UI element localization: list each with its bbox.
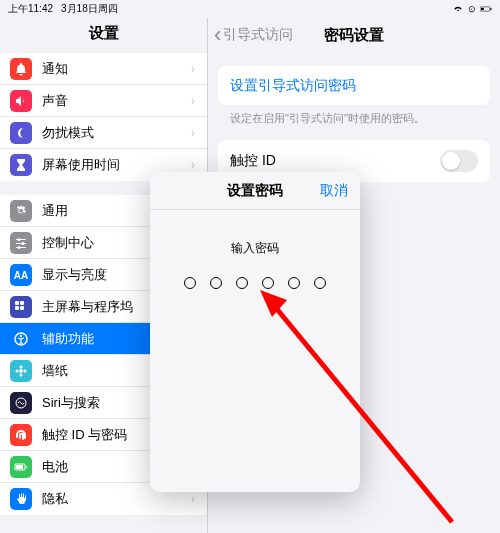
svg-point-12 [20, 334, 22, 336]
status-time: 上午11:42 [8, 2, 53, 16]
svg-rect-7 [15, 301, 19, 305]
detail-title: 密码设置 [324, 26, 384, 45]
modal-title: 设置密码 [227, 182, 283, 200]
access-icon [10, 328, 32, 350]
touchid-label: 触控 ID [230, 152, 276, 170]
modal-prompt: 输入密码 [150, 240, 360, 257]
passcode-dot [262, 277, 274, 289]
svg-rect-2 [490, 8, 491, 10]
passcode-modal: 设置密码 取消 输入密码 [150, 172, 360, 492]
passcode-dot [184, 277, 196, 289]
sidebar-title: 设置 [0, 18, 207, 53]
svg-rect-21 [16, 465, 23, 469]
svg-rect-20 [26, 466, 27, 468]
svg-rect-10 [20, 306, 24, 310]
svg-point-14 [20, 365, 23, 368]
passcode-dot [288, 277, 300, 289]
svg-point-13 [19, 369, 23, 373]
chevron-right-icon: › [191, 126, 195, 140]
flower-icon [10, 360, 32, 382]
sidebar-item-sound[interactable]: 声音› [0, 85, 207, 117]
finger-icon [10, 424, 32, 446]
sidebar-item-moon[interactable]: 勿扰模式› [0, 117, 207, 149]
passcode-dot [314, 277, 326, 289]
hand-icon [10, 488, 32, 510]
battery-icon [10, 456, 32, 478]
status-date: 3月18日周四 [61, 2, 118, 16]
svg-rect-1 [481, 8, 484, 10]
sidebar-item-label: 隐私 [42, 490, 191, 508]
sound-icon [10, 90, 32, 112]
sidebar-item-label: 通知 [42, 60, 191, 78]
svg-text:AA: AA [14, 270, 28, 281]
svg-point-17 [24, 369, 27, 372]
siri-icon [10, 392, 32, 414]
moon-icon [10, 122, 32, 144]
status-bar: 上午11:42 3月18日周四 ⊙ [0, 0, 500, 18]
sliders-icon [10, 232, 32, 254]
aa-icon: AA [10, 264, 32, 286]
modal-cancel-button[interactable]: 取消 [320, 182, 348, 200]
passcode-dots[interactable] [150, 277, 360, 289]
passcode-dot [236, 277, 248, 289]
sidebar-item-label: 声音 [42, 92, 191, 110]
svg-rect-8 [20, 301, 24, 305]
set-passcode-row[interactable]: 设置引导式访问密码 [218, 66, 490, 105]
passcode-dot [210, 277, 222, 289]
chevron-right-icon: › [191, 62, 195, 76]
chevron-right-icon: › [191, 158, 195, 172]
svg-point-16 [16, 369, 19, 372]
svg-point-5 [18, 246, 21, 249]
svg-point-15 [20, 373, 23, 376]
bell-icon [10, 58, 32, 80]
svg-point-3 [18, 238, 21, 241]
sidebar-item-bell[interactable]: 通知› [0, 53, 207, 85]
svg-point-4 [22, 242, 25, 245]
chevron-right-icon: › [191, 94, 195, 108]
status-icons: ⊙ [452, 4, 492, 14]
passcode-card: 设置引导式访问密码 [218, 66, 490, 105]
grid-icon [10, 296, 32, 318]
passcode-hint: 设定在启用"引导式访问"时使用的密码。 [208, 105, 500, 126]
back-button[interactable]: 引导式访问 [208, 26, 293, 44]
touchid-switch[interactable] [440, 150, 478, 172]
chevron-right-icon: › [191, 492, 195, 506]
sidebar-item-label: 勿扰模式 [42, 124, 191, 142]
hourglass-icon [10, 154, 32, 176]
svg-rect-9 [15, 306, 19, 310]
gear-icon [10, 200, 32, 222]
